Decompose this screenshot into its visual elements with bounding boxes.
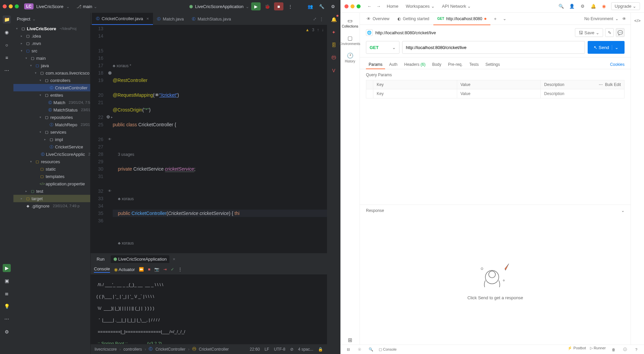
tree-folder-static[interactable]: ▢static <box>13 165 90 173</box>
project-name[interactable]: LiveCricScore <box>36 4 63 9</box>
git-branch[interactable]: ⎇ main ⌄ <box>76 4 97 9</box>
tree-folder-src[interactable]: ▾▢src <box>13 47 90 54</box>
encoding[interactable]: UTF-8 <box>274 347 285 352</box>
github-tool-icon[interactable]: ○ <box>3 41 11 49</box>
tree-folder-services[interactable]: ▾▢services <box>13 128 90 136</box>
todo-tool-icon[interactable]: ≣ <box>3 290 11 298</box>
more-icon[interactable]: ⋮ <box>178 267 182 272</box>
exit-icon[interactable]: ⇥ <box>163 267 167 272</box>
avatar-icon[interactable]: ◉ <box>600 3 608 10</box>
nav-api-network[interactable]: API Network ⌄ <box>439 2 474 10</box>
invite-icon[interactable]: 👤 <box>568 3 576 10</box>
subtab-body[interactable]: Body <box>429 60 444 69</box>
tree-package[interactable]: ▾▢com.xoraus.livecricsco <box>13 69 90 77</box>
tree-folder-idea[interactable]: ▸▢.idea <box>13 32 90 40</box>
run-button[interactable]: ▶ <box>251 2 261 10</box>
terminal-tool-icon[interactable]: ▣ <box>3 277 11 285</box>
commit-tool-icon[interactable]: ◉ <box>3 28 11 36</box>
find-icon[interactable]: ☉ <box>356 346 363 353</box>
settings-icon[interactable]: ⚙ <box>3 328 11 336</box>
run-tool-icon[interactable]: ▶ <box>3 264 11 272</box>
lock-icon[interactable]: 🔒 <box>318 347 323 352</box>
subtab-settings[interactable]: Settings <box>483 60 502 69</box>
tree-file-matchrepo[interactable]: ⒾMatchRepo23/01 <box>13 121 90 128</box>
tree-root[interactable]: ▾▢LiveCricScore~/IdeaProj <box>13 25 90 32</box>
nav-home[interactable]: Home <box>384 2 401 10</box>
stop-button[interactable]: ■ <box>274 2 283 10</box>
tree-file-match[interactable]: ⒸMatch23/01/24, 7:5 <box>13 99 90 106</box>
tree-folder-templates[interactable]: ▢templates <box>13 173 90 180</box>
more-icon[interactable]: ⋮ <box>319 16 324 21</box>
settings-icon[interactable]: ⚙ <box>579 3 586 10</box>
tab-cricketcontroller[interactable]: ⒸCricketController.java× <box>92 13 153 25</box>
subtab-headers[interactable]: Headers (6) <box>401 60 428 69</box>
comment-icon[interactable]: 💬 <box>616 28 625 37</box>
run-panel-tab-run[interactable]: Run <box>94 255 107 263</box>
search-icon[interactable]: 🔍 <box>557 3 565 10</box>
notifications-icon[interactable]: 🔔 <box>330 15 338 24</box>
chevron-down-icon[interactable]: ⌄ <box>66 4 70 9</box>
sidebar-apps[interactable]: ⊞ <box>340 336 360 345</box>
indent[interactable]: 4 spac... <box>298 347 313 352</box>
send-button[interactable]: ↖Send⌄ <box>588 41 625 54</box>
stop-icon[interactable]: ■ <box>148 267 150 272</box>
code-editor[interactable]: ♣ xoraus * @RestController @RequestMappi… <box>113 25 327 253</box>
cookies-link[interactable]: Cookies <box>610 60 625 69</box>
search-icon[interactable]: ⚙ <box>328 2 338 10</box>
subtab-tests[interactable]: Tests <box>467 60 481 69</box>
maven-icon[interactable]: ⓜ <box>330 54 338 62</box>
tab-getting-started[interactable]: ◐Getting started <box>393 13 433 25</box>
camera-icon[interactable]: 📷 <box>154 267 159 272</box>
new-tab-button[interactable]: ＋ <box>492 15 499 23</box>
status-runner[interactable]: ▷ Runner <box>590 346 606 353</box>
trash-icon[interactable]: 🗑 <box>610 346 617 353</box>
warning-icon[interactable]: ▲ <box>305 26 309 34</box>
services-tool-icon[interactable]: 💡 <box>3 302 11 310</box>
tree-file-matchstatus[interactable]: ⒺMatchStatus23/01 <box>13 106 90 114</box>
help-icon[interactable]: ? <box>633 346 640 353</box>
sync-icon[interactable]: 🔍 <box>367 346 375 353</box>
down-arrow-icon[interactable]: ↓ <box>322 26 324 34</box>
crumb-item[interactable]: CricketController <box>155 347 185 352</box>
check-icon[interactable]: ✓ <box>171 267 174 272</box>
tree-folder-test[interactable]: ▸▢test <box>13 187 90 195</box>
ai-icon[interactable]: ✦ <box>330 28 338 36</box>
tree-file-cricketservice[interactable]: ⒾCricketService <box>13 143 90 150</box>
run-config-name[interactable]: LiveCricScoreApplication <box>195 4 244 9</box>
chevron-down-icon[interactable]: ⌄ <box>246 4 249 9</box>
project-tool-icon[interactable]: 📁 <box>3 15 11 24</box>
notifications-icon[interactable]: 🔔 <box>590 3 597 10</box>
expand-icon[interactable]: ⤢ <box>313 16 317 21</box>
vaadin-icon[interactable]: V <box>330 67 338 75</box>
tab-request[interactable]: GEThttp://localhost:8080 <box>433 13 490 25</box>
status-postbot[interactable]: ⚡ Postbot <box>568 346 586 353</box>
tree-file-gitignore[interactable]: ◆.gitignore23/01/24, 7:49 p <box>13 202 90 210</box>
tree-folder-controllers[interactable]: ▾▢controllers <box>13 77 90 84</box>
env-quicklook-icon[interactable]: 👁 <box>621 15 628 23</box>
close-icon[interactable]: × <box>147 16 149 21</box>
close-icon[interactable]: × <box>173 257 175 262</box>
save-button[interactable]: 🖫 Save ⌄ <box>575 28 603 37</box>
console-output[interactable]: /\\ / ___'_ __ _ _(_)_ __ __ _ \ \ \ \ (… <box>91 274 327 344</box>
bulk-edit-link[interactable]: Bulk Edit <box>605 82 621 87</box>
tools-icon[interactable]: 🔧 <box>317 2 326 10</box>
crumb-item[interactable]: livecricscore <box>95 347 117 352</box>
tree-file-cricketcontroller[interactable]: ⒸCricketController <box>13 84 90 91</box>
tree-file-appprops[interactable]: </>application.propertie <box>13 180 90 187</box>
tree-folder-main[interactable]: ▾▢main <box>13 54 90 62</box>
sidebar-collections[interactable]: ▭Collections <box>340 16 360 30</box>
cwm-icon[interactable]: 👥 <box>306 2 315 10</box>
method-selector[interactable]: GET⌄ <box>366 41 399 54</box>
tree-folder-resources[interactable]: ▾▢resources <box>13 158 90 165</box>
line-ending[interactable]: LF <box>265 347 269 352</box>
param-key-input[interactable] <box>377 91 453 96</box>
structure-tool-icon[interactable]: ≡ <box>3 54 11 62</box>
window-controls[interactable] <box>3 4 19 8</box>
db-icon[interactable]: 🗄 <box>330 41 338 49</box>
tree-folder-repositories[interactable]: ▾▢repositories <box>13 114 90 121</box>
tab-overview[interactable]: 👁Overview <box>363 13 393 25</box>
subtab-auth[interactable]: Auth <box>386 60 400 69</box>
rerun-icon[interactable]: ⏩ <box>139 267 144 272</box>
edit-icon[interactable]: ✎ <box>605 28 614 37</box>
git-tool-icon[interactable]: ⋯ <box>3 315 11 323</box>
